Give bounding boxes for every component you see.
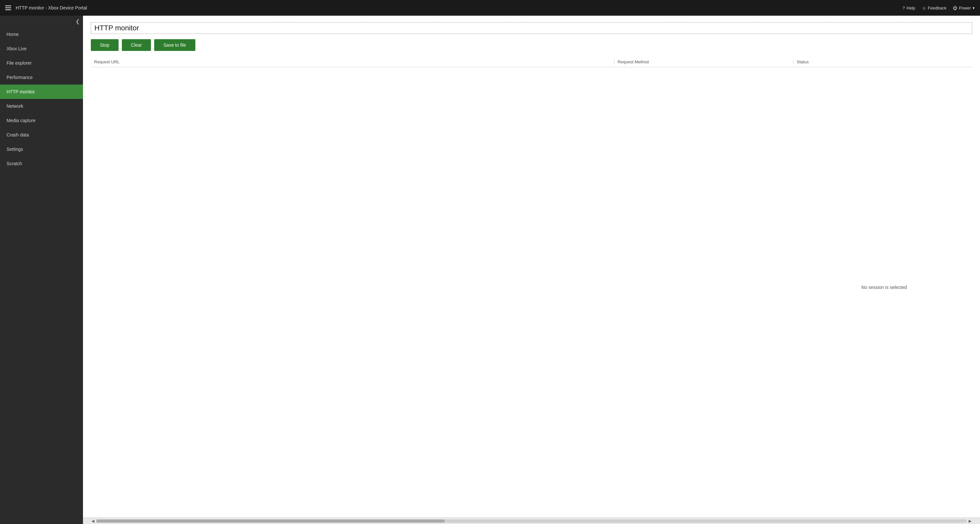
sidebar-item-xbox-live[interactable]: Xbox Live xyxy=(0,41,83,56)
col-header-status: Status xyxy=(794,59,972,64)
scroll-left-arrow[interactable]: ◀ xyxy=(89,519,96,523)
sidebar-item-home[interactable]: Home xyxy=(0,27,83,41)
scrollbar-track[interactable] xyxy=(96,519,967,523)
sidebar-item-http-monitor[interactable]: HTTP monitor xyxy=(0,84,83,99)
sidebar-item-file-explorer[interactable]: File explorer xyxy=(0,56,83,70)
hamburger-menu[interactable] xyxy=(5,6,11,10)
feedback-icon: ☺ xyxy=(922,6,926,10)
sidebar: ❮ Home Xbox Live File explorer Performan… xyxy=(0,16,83,524)
sidebar-item-settings[interactable]: Settings xyxy=(0,142,83,156)
table-header: Request URL Request Method Status xyxy=(91,57,972,67)
titlebar-left: HTTP monitor - Xbox Device Portal xyxy=(5,5,87,10)
app-body: ❮ Home Xbox Live File explorer Performan… xyxy=(0,16,980,524)
save-to-file-button[interactable]: Save to file xyxy=(154,39,195,51)
main-inner: HTTP monitor Stop Clear Save to file Req… xyxy=(83,16,980,518)
stop-button[interactable]: Stop xyxy=(91,39,119,51)
horizontal-scrollbar[interactable]: ◀ ▶ xyxy=(83,518,980,524)
sidebar-item-network[interactable]: Network xyxy=(0,99,83,113)
page-title: HTTP monitor xyxy=(91,22,972,34)
power-icon: ⏻ xyxy=(953,6,957,10)
scroll-right-arrow[interactable]: ▶ xyxy=(967,519,974,523)
sidebar-item-performance[interactable]: Performance xyxy=(0,70,83,84)
help-button[interactable]: ? Help xyxy=(902,6,915,10)
no-session-message: No session is selected xyxy=(861,285,907,290)
sidebar-item-crash-data[interactable]: Crash data xyxy=(0,128,83,142)
main-content: HTTP monitor Stop Clear Save to file Req… xyxy=(83,16,980,524)
sidebar-item-scratch[interactable]: Scratch xyxy=(0,156,83,171)
clear-button[interactable]: Clear xyxy=(122,39,151,51)
help-icon: ? xyxy=(902,6,905,10)
request-table: Request URL Request Method Status No ses… xyxy=(91,57,972,518)
titlebar: HTTP monitor - Xbox Device Portal ? Help… xyxy=(0,0,980,16)
scrollbar-thumb[interactable] xyxy=(96,519,445,523)
feedback-button[interactable]: ☺ Feedback xyxy=(922,6,947,10)
sidebar-collapse-button[interactable]: ❮ xyxy=(0,16,83,27)
col-header-url: Request URL xyxy=(91,59,614,64)
titlebar-right: ? Help ☺ Feedback ⏻ Power ▾ xyxy=(902,6,975,10)
col-header-method: Request Method xyxy=(614,59,793,64)
power-button[interactable]: ⏻ Power ▾ xyxy=(953,6,975,10)
power-chevron-icon: ▾ xyxy=(972,6,975,10)
sidebar-item-media-capture[interactable]: Media capture xyxy=(0,113,83,128)
titlebar-title: HTTP monitor - Xbox Device Portal xyxy=(16,5,87,10)
toolbar: Stop Clear Save to file xyxy=(91,39,972,51)
